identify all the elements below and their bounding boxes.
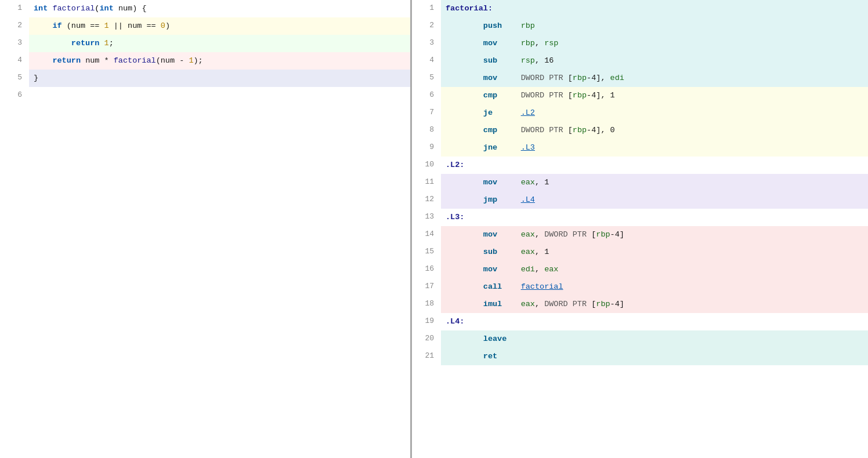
line-number: 1	[412, 0, 441, 17]
line-content: int factorial(int num) {	[29, 0, 410, 17]
table-row: 16 mov edi, eax	[412, 261, 868, 278]
line-number: 14	[412, 226, 441, 243]
line-number: 5	[0, 70, 29, 87]
table-row: 1int factorial(int num) {	[0, 0, 410, 17]
table-row: 12 jmp .L4	[412, 191, 868, 209]
line-number: 12	[412, 191, 441, 209]
line-number: 17	[412, 278, 441, 296]
table-row: 4 sub rsp, 16	[412, 52, 868, 70]
table-row: 2 push rbp	[412, 17, 868, 35]
left-panel: 1int factorial(int num) {2 if (num == 1 …	[0, 0, 412, 458]
line-content: .L4:	[441, 313, 868, 330]
right-panel: 1factorial:2 push rbp3 mov rbp, rsp4 sub…	[412, 0, 868, 458]
table-row: 2 if (num == 1 || num == 0)	[0, 17, 410, 35]
table-row: 1factorial:	[412, 0, 868, 17]
line-number: 5	[412, 70, 441, 87]
table-row: 13.L3:	[412, 209, 868, 226]
line-content: je .L2	[441, 104, 868, 122]
line-number: 21	[412, 348, 441, 365]
line-content: jne .L3	[441, 139, 868, 157]
table-row: 3 return 1;	[0, 35, 410, 52]
line-content: mov edi, eax	[441, 261, 868, 278]
line-number: 3	[0, 35, 29, 52]
left-code-area[interactable]: 1int factorial(int num) {2 if (num == 1 …	[0, 0, 410, 458]
line-content: sub eax, 1	[441, 243, 868, 261]
line-number: 13	[412, 209, 441, 226]
line-content: .L2:	[441, 157, 868, 174]
line-number: 19	[412, 313, 441, 330]
line-content: leave	[441, 330, 868, 348]
line-content: if (num == 1 || num == 0)	[29, 17, 410, 35]
line-content	[29, 87, 410, 104]
line-content: return num * factorial(num - 1);	[29, 52, 410, 70]
line-content: cmp DWORD PTR [rbp-4], 0	[441, 122, 868, 139]
table-row: 18 imul eax, DWORD PTR [rbp-4]	[412, 296, 868, 313]
line-number: 18	[412, 296, 441, 313]
table-row: 9 jne .L3	[412, 139, 868, 157]
line-number: 15	[412, 243, 441, 261]
right-code-area[interactable]: 1factorial:2 push rbp3 mov rbp, rsp4 sub…	[412, 0, 868, 458]
line-number: 4	[0, 52, 29, 70]
line-content: .L3:	[441, 209, 868, 226]
line-content: ret	[441, 348, 868, 365]
line-number: 4	[412, 52, 441, 70]
line-number: 10	[412, 157, 441, 174]
line-content: return 1;	[29, 35, 410, 52]
line-content: factorial:	[441, 0, 868, 17]
line-number: 6	[412, 87, 441, 104]
table-row: 7 je .L2	[412, 104, 868, 122]
line-content: call factorial	[441, 278, 868, 296]
line-content: }	[29, 70, 410, 87]
table-row: 21 ret	[412, 348, 868, 365]
line-content: mov rbp, rsp	[441, 35, 868, 52]
line-number: 11	[412, 174, 441, 191]
line-content: cmp DWORD PTR [rbp-4], 1	[441, 87, 868, 104]
line-number: 7	[412, 104, 441, 122]
table-row: 5 mov DWORD PTR [rbp-4], edi	[412, 70, 868, 87]
line-content: mov eax, DWORD PTR [rbp-4]	[441, 226, 868, 243]
table-row: 3 mov rbp, rsp	[412, 35, 868, 52]
line-number: 16	[412, 261, 441, 278]
line-content: mov DWORD PTR [rbp-4], edi	[441, 70, 868, 87]
table-row: 4 return num * factorial(num - 1);	[0, 52, 410, 70]
line-number: 2	[412, 17, 441, 35]
line-number: 8	[412, 122, 441, 139]
table-row: 14 mov eax, DWORD PTR [rbp-4]	[412, 226, 868, 243]
table-row: 11 mov eax, 1	[412, 174, 868, 191]
line-content: sub rsp, 16	[441, 52, 868, 70]
line-content: imul eax, DWORD PTR [rbp-4]	[441, 296, 868, 313]
table-row: 17 call factorial	[412, 278, 868, 296]
line-content: push rbp	[441, 17, 868, 35]
line-content: jmp .L4	[441, 191, 868, 209]
line-content: mov eax, 1	[441, 174, 868, 191]
line-number: 2	[0, 17, 29, 35]
table-row: 6 cmp DWORD PTR [rbp-4], 1	[412, 87, 868, 104]
table-row: 15 sub eax, 1	[412, 243, 868, 261]
line-number: 6	[0, 87, 29, 104]
line-number: 3	[412, 35, 441, 52]
table-row: 5}	[0, 70, 410, 87]
table-row: 20 leave	[412, 330, 868, 348]
table-row: 8 cmp DWORD PTR [rbp-4], 0	[412, 122, 868, 139]
table-row: 10.L2:	[412, 157, 868, 174]
table-row: 6	[0, 87, 410, 104]
line-number: 9	[412, 139, 441, 157]
table-row: 19.L4:	[412, 313, 868, 330]
line-number: 20	[412, 330, 441, 348]
line-number: 1	[0, 0, 29, 17]
